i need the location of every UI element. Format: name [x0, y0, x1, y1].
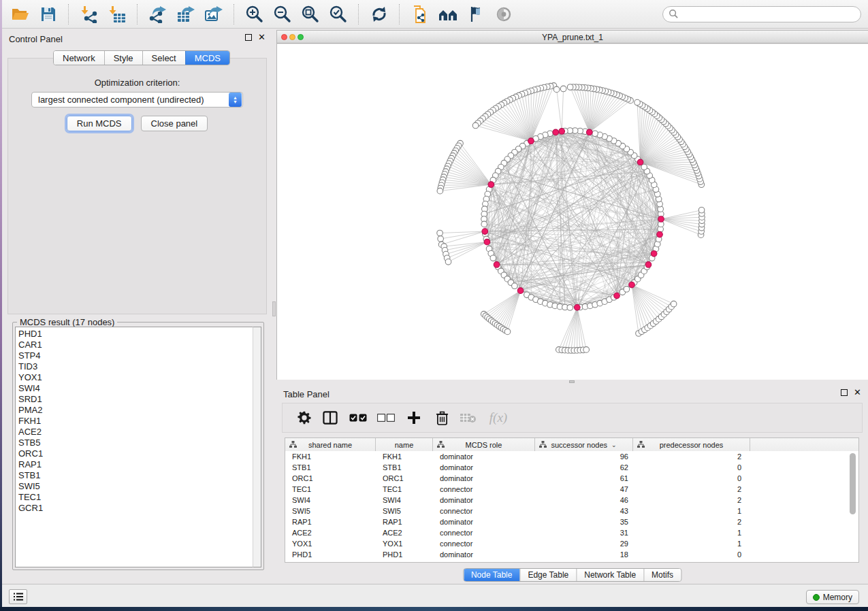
mcds-result-item[interactable]: RAP1: [18, 459, 253, 470]
mcds-hub-node[interactable]: [528, 138, 534, 144]
leaf-node[interactable]: [560, 86, 566, 92]
leaf-node[interactable]: [504, 329, 511, 335]
mcds-hub-node[interactable]: [629, 282, 635, 288]
mcds-hub-node[interactable]: [553, 129, 559, 135]
mcds-result-item[interactable]: PMA2: [18, 405, 253, 416]
zoom-in-icon[interactable]: [240, 2, 268, 27]
tab-mcds[interactable]: MCDS: [185, 51, 229, 65]
table-row-STB1[interactable]: STB1STB1dominator620: [285, 462, 858, 473]
network-graph[interactable]: [277, 44, 868, 380]
zoom-out-icon[interactable]: [268, 2, 296, 27]
refresh-icon[interactable]: [365, 2, 393, 27]
add-column-icon[interactable]: [400, 408, 428, 428]
mcds-result-item[interactable]: ACE2: [18, 427, 253, 437]
close-panel-button[interactable]: Close panel: [141, 116, 208, 131]
mcds-result-item[interactable]: PHD1: [18, 329, 253, 340]
zoom-selected-icon[interactable]: [324, 2, 352, 27]
flag-icon[interactable]: [462, 2, 489, 27]
mcds-result-item[interactable]: STB5: [18, 437, 253, 448]
vertical-splitter-grip[interactable]: [272, 301, 276, 316]
export-network-icon[interactable]: [144, 2, 172, 27]
column-header-successor-nodes[interactable]: successor nodes⌄: [535, 438, 633, 451]
ring-node[interactable]: [512, 283, 518, 289]
mcds-result-item[interactable]: TID3: [18, 361, 253, 372]
tab-node-table[interactable]: Node Table: [464, 569, 520, 581]
mcds-hub-node[interactable]: [488, 182, 494, 188]
close-table-panel-icon[interactable]: ✕: [854, 389, 861, 396]
mcds-hub-node[interactable]: [559, 129, 565, 135]
mcds-hub-node[interactable]: [651, 250, 657, 257]
mcds-hub-node[interactable]: [482, 229, 488, 235]
leaf-node[interactable]: [437, 230, 443, 236]
tab-network-table[interactable]: Network Table: [576, 569, 643, 581]
optimization-criterion-select[interactable]: largest connected component (undirected)…: [31, 92, 243, 108]
mcds-hub-node[interactable]: [494, 262, 500, 268]
show-columns-icon[interactable]: [317, 408, 344, 428]
eye-icon[interactable]: [489, 2, 517, 27]
export-image-icon[interactable]: [199, 2, 227, 27]
mcds-result-list[interactable]: PHD1CAR1STP4TID3YOX1SWI4SRD1PMA2FKH1ACE2…: [15, 327, 253, 567]
ring-node[interactable]: [490, 255, 496, 261]
mcds-hub-node[interactable]: [637, 159, 643, 165]
mcds-hub-node[interactable]: [658, 216, 664, 222]
mcds-result-item[interactable]: YOX1: [18, 372, 253, 383]
table-row-YOX1[interactable]: YOX1YOX1connector291: [285, 538, 858, 549]
delete-column-icon[interactable]: [428, 408, 455, 428]
mcds-result-item[interactable]: SRD1: [18, 394, 253, 405]
mcds-hub-node[interactable]: [587, 129, 593, 135]
mcds-hub-node[interactable]: [517, 288, 524, 294]
leaf-node[interactable]: [437, 188, 443, 194]
column-header-MCDS-role[interactable]: MCDS role: [433, 438, 535, 451]
table-row-SWI5[interactable]: SWI5SWI5connector431: [285, 506, 858, 516]
tab-style[interactable]: Style: [104, 51, 142, 65]
mcds-hub-node[interactable]: [657, 231, 663, 237]
column-header-predecessor-nodes[interactable]: predecessor nodes: [633, 438, 750, 451]
leaf-node[interactable]: [567, 84, 573, 90]
leaf-node[interactable]: [445, 259, 451, 265]
mcds-hub-node[interactable]: [645, 262, 652, 268]
mcds-result-item[interactable]: FKH1: [18, 416, 253, 427]
table-row-TEC1[interactable]: TEC1TEC1connector472: [285, 484, 858, 495]
column-header-shared-name[interactable]: shared name: [285, 438, 376, 451]
leaf-node[interactable]: [634, 99, 641, 105]
run-mcds-button[interactable]: Run MCDS: [67, 116, 132, 131]
table-row-ACE2[interactable]: ACE2ACE2connector311: [285, 527, 858, 538]
network-from-file-icon[interactable]: [406, 2, 434, 27]
table-row-FKH1[interactable]: FKH1FKH1dominator962: [285, 451, 858, 462]
tab-edge-table[interactable]: Edge Table: [519, 569, 576, 581]
close-panel-icon[interactable]: ✕: [258, 34, 266, 41]
search-input[interactable]: [662, 6, 861, 22]
unselect-all-icon[interactable]: [372, 408, 400, 428]
mcds-result-item[interactable]: TEC1: [18, 492, 253, 503]
delete-table-icon[interactable]: [455, 408, 481, 428]
import-network-icon[interactable]: [75, 2, 103, 27]
mcds-hub-node[interactable]: [484, 239, 490, 245]
network-view-titlebar[interactable]: YPA_prune.txt_1: [277, 31, 868, 44]
leaf-node[interactable]: [472, 122, 479, 129]
ring-node[interactable]: [592, 131, 598, 137]
task-history-button[interactable]: [9, 589, 27, 604]
leaf-node[interactable]: [583, 347, 590, 353]
table-row-PHD1[interactable]: PHD1PHD1dominator180: [285, 549, 858, 560]
float-table-panel-icon[interactable]: [841, 389, 848, 396]
save-icon[interactable]: [34, 2, 62, 27]
table-row-ORC1[interactable]: ORC1ORC1dominator610: [285, 473, 858, 484]
mcds-result-item[interactable]: SWI5: [18, 481, 253, 492]
float-panel-icon[interactable]: [245, 34, 252, 41]
table-settings-icon[interactable]: [292, 408, 317, 428]
home-icon[interactable]: [434, 2, 462, 27]
mcds-result-item[interactable]: STB1: [18, 470, 253, 481]
mcds-result-item[interactable]: STP4: [18, 350, 253, 361]
leaf-node[interactable]: [671, 301, 677, 307]
mcds-hub-node[interactable]: [614, 293, 620, 299]
table-scrollbar[interactable]: [850, 453, 856, 514]
tab-network[interactable]: Network: [54, 51, 104, 65]
ring-node[interactable]: [481, 221, 487, 227]
mcds-result-scrollbar[interactable]: [253, 327, 261, 567]
function-builder-icon[interactable]: f(x): [481, 408, 515, 428]
zoom-fit-icon[interactable]: [296, 2, 324, 27]
table-row-SWI4[interactable]: SWI4SWI4dominator462: [285, 495, 858, 506]
tab-select[interactable]: Select: [142, 51, 185, 65]
mcds-hub-node[interactable]: [575, 305, 581, 311]
mcds-result-item[interactable]: GCR1: [18, 503, 253, 514]
